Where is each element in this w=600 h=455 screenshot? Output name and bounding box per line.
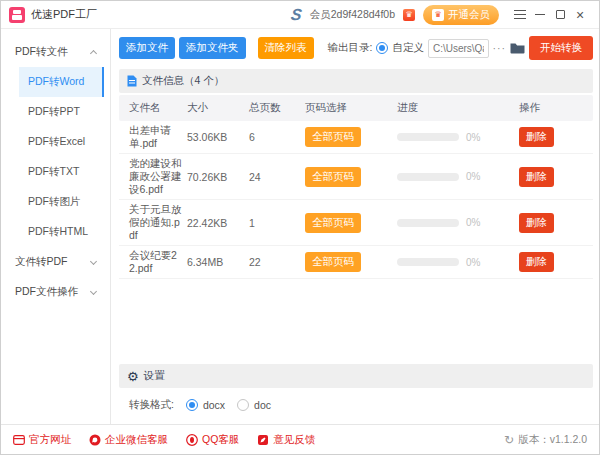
refresh-icon: ↻ — [504, 433, 514, 447]
gear-icon: ⚙ — [127, 370, 139, 383]
format-option-doc[interactable]: doc — [237, 399, 271, 411]
link-label: 意见反馈 — [273, 433, 315, 447]
table-row: 关于元旦放假的通知.pdf 22.42KB 1 全部页码 0% 删除 — [119, 200, 593, 246]
vip-crown-icon: ♛ — [403, 9, 415, 21]
file-pages: 24 — [249, 171, 305, 183]
website-icon — [13, 434, 25, 446]
custom-output-radio[interactable] — [376, 42, 388, 54]
docx-radio — [186, 399, 198, 411]
document-icon — [127, 75, 137, 87]
title-bar: 优速PDF工厂 S 会员2d9f428d4f0b ♛ ♛ 开通会员 × — [1, 1, 599, 29]
page-select-button[interactable]: 全部页码 — [305, 127, 361, 147]
version-info: ↻ 版本：v1.1.2.0 — [504, 433, 587, 447]
group-label: PDF文件操作 — [15, 285, 78, 299]
qq-icon — [186, 434, 198, 446]
col-pages: 总页数 — [249, 95, 305, 121]
upgrade-label: 开通会员 — [448, 8, 490, 22]
file-info-header: 文件信息（4 个） — [119, 69, 593, 93]
delete-button[interactable]: 删除 — [519, 127, 554, 147]
add-file-button[interactable]: 添加文件 — [119, 37, 175, 59]
sidebar-item-pdf-to-ppt[interactable]: PDF转PPT — [1, 97, 110, 127]
clear-list-button[interactable]: 清除列表 — [258, 37, 314, 59]
toolbar: 添加文件 添加文件夹 清除列表 输出目录: 自定义 ··· 开始转换 — [119, 33, 593, 63]
col-size: 大小 — [187, 95, 249, 121]
chevron-up-icon — [90, 49, 97, 56]
progress-label: 0% — [466, 217, 480, 228]
upgrade-membership-button[interactable]: ♛ 开通会员 — [423, 5, 499, 25]
feedback-icon — [257, 434, 269, 446]
item-label: PDF转Excel — [28, 135, 85, 147]
wechat-service-link[interactable]: 企业微信客服 — [89, 433, 168, 447]
close-button[interactable]: × — [571, 6, 589, 24]
item-label: PDF转Word — [28, 75, 84, 87]
menu-icon[interactable] — [511, 6, 529, 24]
sidebar-item-pdf-to-txt[interactable]: PDF转TXT — [1, 157, 110, 187]
settings-title: 设置 — [144, 369, 165, 383]
add-folder-button[interactable]: 添加文件夹 — [179, 37, 246, 59]
main-panel: 添加文件 添加文件夹 清除列表 输出目录: 自定义 ··· 开始转换 文件信息（… — [111, 29, 599, 424]
sidebar-group-pdf-operations[interactable]: PDF文件操作 — [1, 277, 110, 307]
col-progress: 进度 — [397, 95, 519, 121]
file-name: 会议纪要22.pdf — [129, 249, 187, 275]
sidebar-item-pdf-to-word[interactable]: PDF转Word — [19, 67, 104, 97]
item-label: PDF转HTML — [28, 225, 88, 237]
delete-button[interactable]: 删除 — [519, 167, 554, 187]
table-header: 文件名 大小 总页数 页码选择 进度 操作 — [119, 95, 593, 121]
start-convert-button[interactable]: 开始转换 — [529, 36, 593, 60]
output-path-input[interactable] — [428, 39, 489, 58]
format-option-docx[interactable]: docx — [186, 399, 225, 411]
settings-header: ⚙ 设置 — [119, 364, 593, 388]
open-folder-icon[interactable] — [510, 42, 525, 54]
item-label: PDF转TXT — [28, 165, 79, 177]
official-website-link[interactable]: 官方网址 — [13, 433, 71, 447]
page-select-button[interactable]: 全部页码 — [305, 252, 361, 272]
file-name: 出差申请单.pdf — [129, 124, 187, 150]
item-label: PDF转图片 — [28, 195, 81, 207]
wechat-icon — [89, 434, 101, 446]
browse-more-button[interactable]: ··· — [493, 42, 507, 54]
empty-list-area — [119, 279, 593, 364]
progress-label: 0% — [466, 171, 480, 182]
sidebar-item-pdf-to-html[interactable]: PDF转HTML — [1, 217, 110, 247]
sidebar-group-file-to-pdf[interactable]: 文件转PDF — [1, 247, 110, 277]
chevron-down-icon — [90, 287, 97, 294]
sidebar-item-pdf-to-image[interactable]: PDF转图片 — [1, 187, 110, 217]
brand-logo-icon: S — [290, 7, 303, 23]
progress-bar — [397, 133, 459, 141]
table-row: 出差申请单.pdf 53.06KB 6 全部页码 0% 删除 — [119, 121, 593, 154]
sidebar: PDF转文件 PDF转Word PDF转PPT PDF转Excel PDF转TX… — [1, 29, 111, 424]
progress-label: 0% — [466, 132, 480, 143]
item-label: PDF转PPT — [28, 105, 80, 117]
minimize-button[interactable] — [531, 6, 549, 24]
file-size: 53.06KB — [187, 131, 249, 143]
docx-label: docx — [203, 399, 225, 411]
file-name: 党的建设和廉政公署建设6.pdf — [129, 157, 187, 196]
file-info-title: 文件信息（4 个） — [142, 74, 224, 88]
maximize-button[interactable] — [551, 6, 569, 24]
table-row: 党的建设和廉政公署建设6.pdf 70.26KB 24 全部页码 0% 删除 — [119, 154, 593, 200]
link-label: 企业微信客服 — [105, 433, 168, 447]
vip-crown-icon: ♛ — [432, 9, 444, 21]
app-title: 优速PDF工厂 — [31, 7, 97, 22]
link-label: QQ客服 — [202, 433, 239, 447]
group-label: PDF转文件 — [15, 45, 68, 59]
col-filename: 文件名 — [129, 95, 187, 121]
app-window: 优速PDF工厂 S 会员2d9f428d4f0b ♛ ♛ 开通会员 × PDF转… — [0, 0, 600, 455]
file-pages: 22 — [249, 256, 305, 268]
progress-bar — [397, 258, 459, 266]
qq-service-link[interactable]: QQ客服 — [186, 433, 239, 447]
sidebar-group-pdf-to-file[interactable]: PDF转文件 — [1, 37, 110, 67]
progress-bar — [397, 219, 459, 227]
delete-button[interactable]: 删除 — [519, 252, 554, 272]
custom-output-label: 自定义 — [392, 41, 424, 55]
delete-button[interactable]: 删除 — [519, 213, 554, 233]
col-action: 操作 — [519, 95, 587, 121]
page-select-button[interactable]: 全部页码 — [305, 213, 361, 233]
chevron-down-icon — [90, 257, 97, 264]
sidebar-item-pdf-to-excel[interactable]: PDF转Excel — [1, 127, 110, 157]
doc-radio — [237, 399, 249, 411]
file-size: 70.26KB — [187, 171, 249, 183]
page-select-button[interactable]: 全部页码 — [305, 167, 361, 187]
feedback-link[interactable]: 意见反馈 — [257, 433, 315, 447]
format-label: 转换格式: — [129, 398, 174, 412]
